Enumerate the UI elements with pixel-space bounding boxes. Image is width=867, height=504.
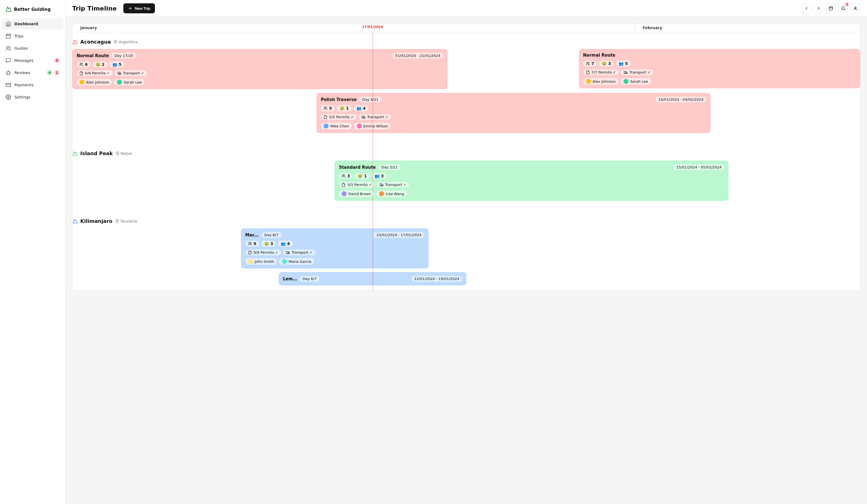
avatar <box>357 123 362 129</box>
peak-name: Kilimanjaro <box>80 218 113 224</box>
trip-top-row: Normal Route Day 17/20 01/01/2024 - 21/0… <box>77 53 443 58</box>
users-icon <box>6 45 11 51</box>
svg-rect-5 <box>829 7 833 10</box>
file-icon <box>342 183 345 187</box>
day-pill: Day 17/20 <box>111 53 136 58</box>
reviews-badge-negative: 1 <box>54 70 60 76</box>
trip-card[interactable]: Polish Traverse Day 4/21 14/01/2024 - 04… <box>317 93 710 133</box>
guide-chip[interactable]: Alex Johnson <box>77 79 112 86</box>
trip-card[interactable]: Normal Route 7 🤢 3 👥 5 7/7 Permits ✓ Tra… <box>579 49 860 88</box>
guide-name: John Smith <box>255 260 274 264</box>
guide-chip[interactable]: John Smith <box>245 258 277 265</box>
svg-rect-0 <box>7 34 11 38</box>
guide-chip[interactable]: Lisa Wang <box>376 190 407 197</box>
trip-card[interactable]: Standard Route Day 3/21 15/01/2024 - 05/… <box>335 161 728 201</box>
nav-messages[interactable]: Messages 3 <box>2 55 64 66</box>
nav-reviews[interactable]: Reviews 4 1 <box>2 67 64 78</box>
file-icon <box>248 251 252 254</box>
reviews-badge-positive: 4 <box>47 70 52 76</box>
trip-card[interactable]: Mac… Day 8/7 10/01/2024 - 17/01/2024 9 🤢… <box>241 228 428 269</box>
peak-name: Island Peak <box>80 151 113 156</box>
nav: Dashboard Trips Guides Messages 3 Review… <box>0 18 65 103</box>
today-label: 17/01/2024 <box>362 25 383 29</box>
chevron-left-icon <box>804 6 809 11</box>
messages-badge: 3 <box>54 58 60 63</box>
trip-name: Lem… <box>283 276 297 282</box>
nav-label: Guides <box>14 46 60 51</box>
page-title: Trip Timeline <box>72 5 117 12</box>
new-trip-button[interactable]: New Trip <box>123 3 155 13</box>
nav-guides[interactable]: Guides <box>2 43 64 54</box>
trip-top-row: Mac… Day 8/7 10/01/2024 - 17/01/2024 <box>245 232 424 238</box>
nav-label: Payments <box>14 83 60 87</box>
next-button[interactable] <box>814 3 824 13</box>
lane: Mac… Day 8/7 10/01/2024 - 17/01/2024 9 🤢… <box>73 228 860 269</box>
calendar-icon <box>829 6 833 11</box>
calendar-button[interactable] <box>826 3 836 13</box>
stat-pair: 👥 5 <box>616 61 631 67</box>
peak-country-label: Tanzania <box>120 219 137 223</box>
svg-rect-3 <box>6 83 11 87</box>
transport-chip: Transport ✓ <box>377 182 409 188</box>
avatar <box>117 80 122 85</box>
timeline-card: January February 17/01/2024 Aconcagua Ar… <box>72 24 860 291</box>
nav-payments[interactable]: Payments <box>2 79 64 90</box>
prev-button[interactable] <box>802 3 812 13</box>
nav-label: Dashboard <box>14 22 60 26</box>
trip-stats-row: 7 🤢 3 👥 5 <box>583 61 856 67</box>
trip-top-row: Polish Traverse Day 4/21 14/01/2024 - 04… <box>321 97 706 102</box>
plus-icon <box>128 6 132 11</box>
guide-chip[interactable]: David Brown <box>339 190 374 197</box>
stat-pair: 👥 4 <box>354 105 368 111</box>
transport-chip: Transport ✓ <box>621 69 653 75</box>
user-icon <box>853 6 858 11</box>
nav-label: Messages <box>14 58 51 63</box>
avatar <box>248 259 253 264</box>
nav-trips[interactable]: Trips <box>2 31 64 42</box>
nav-dashboard[interactable]: Dashboard <box>2 18 64 30</box>
peak-country: Tanzania <box>115 219 137 223</box>
mountain-icon <box>73 219 77 224</box>
file-icon <box>323 115 328 119</box>
main: Trip Timeline New Trip 3 <box>65 0 867 504</box>
profile-button[interactable] <box>850 3 860 13</box>
dates-pill: 10/01/2024 - 17/01/2024 <box>374 232 424 238</box>
brand[interactable]: Better Guiding <box>0 1 65 18</box>
transport-chip: Transport ✓ <box>359 114 391 120</box>
nav-settings[interactable]: Settings <box>2 91 64 103</box>
svg-point-18 <box>342 175 344 176</box>
guide-chip[interactable]: Alex Johnson <box>583 78 619 85</box>
trip-logistics-row: 5/5 Permits ✓ Transport ✓ <box>321 114 706 120</box>
file-icon <box>79 71 83 75</box>
guide-chip[interactable]: Maria Garcia <box>279 258 314 265</box>
content-scroll[interactable]: January February 17/01/2024 Aconcagua Ar… <box>65 17 867 504</box>
svg-point-24 <box>288 253 289 254</box>
users-icon <box>586 62 590 66</box>
dates-pill: 12/01/2024 - 19/01/2024 <box>411 276 462 282</box>
stat-sick: 🤢 2 <box>93 61 107 67</box>
timeline-lanes: Aconcagua Argentina Normal Route Day 17/… <box>73 32 860 291</box>
svg-marker-2 <box>6 70 11 75</box>
svg-point-20 <box>382 185 383 186</box>
svg-point-8 <box>80 63 82 64</box>
svg-point-19 <box>381 185 381 186</box>
truck-icon <box>624 70 628 74</box>
peak-head: Island Peak Nepal <box>73 151 860 161</box>
guide-name: Mike Chen <box>330 124 349 128</box>
trip-card[interactable]: Normal Route Day 17/20 01/01/2024 - 21/0… <box>73 49 447 89</box>
guide-chip[interactable]: Sarah Lee <box>114 79 144 86</box>
trip-name: Mac… <box>245 232 259 238</box>
stat-people: 9 <box>245 241 259 247</box>
svg-point-6 <box>855 7 856 8</box>
svg-point-12 <box>624 73 625 74</box>
guide-chip[interactable]: Mike Chen <box>321 123 352 129</box>
file-icon <box>586 70 590 74</box>
guide-chip[interactable]: Sarah Lee <box>621 78 651 85</box>
permits-chip: 5/5 Permits ✓ <box>321 114 356 120</box>
trip-logistics-row: 3/3 Permits ✓ Transport ✓ <box>339 182 724 188</box>
calendar-icon <box>6 33 11 39</box>
pin-icon <box>116 152 119 155</box>
peak-section: Aconcagua Argentina Normal Route Day 17/… <box>73 32 860 144</box>
trip-guides-row: Alex Johnson Sarah Lee <box>77 79 443 86</box>
trip-guides-row: Alex Johnson Sarah Lee <box>583 78 856 85</box>
